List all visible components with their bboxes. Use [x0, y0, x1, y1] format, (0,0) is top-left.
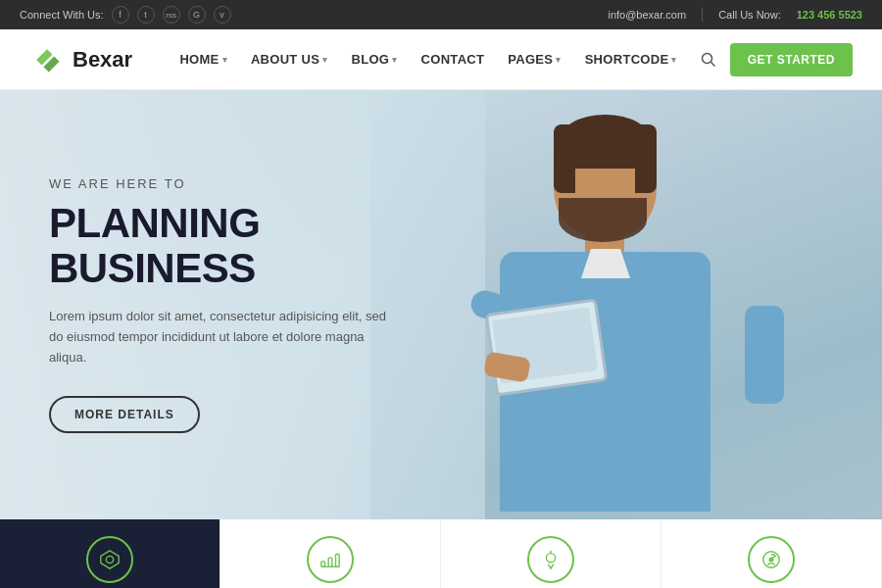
service-card-1[interactable]: BUSINESS SOLUTION: [0, 519, 220, 588]
nav-about-arrow: ▾: [322, 55, 327, 65]
hero-subtitle: WE ARE HERE TO: [49, 176, 431, 191]
svg-line-1: [710, 62, 714, 66]
hero-content: WE ARE HERE TO PLANNING BUSINESS Lorem i…: [0, 176, 431, 433]
logo-icon: [29, 42, 65, 77]
header: Bexar HOME ▾ ABOUT US ▾ BLOG ▾ CONTACT P…: [0, 29, 882, 90]
hero-person-figure: [470, 100, 784, 512]
logo[interactable]: Bexar: [29, 42, 132, 77]
nav-about[interactable]: ABOUT US ▾: [241, 46, 338, 73]
nav-pages[interactable]: PAGES ▾: [498, 46, 570, 73]
service-icon-4: [748, 536, 795, 583]
get-started-button[interactable]: GET STARTED: [730, 43, 853, 76]
search-button[interactable]: [691, 46, 726, 74]
main-nav: HOME ▾ ABOUT US ▾ BLOG ▾ CONTACT PAGES ▾…: [170, 43, 853, 76]
svg-point-3: [106, 556, 113, 563]
nav-shortcode-arrow: ▾: [671, 55, 676, 65]
services-row: BUSINESS SOLUTION MARKET RESEARCH BUSINE…: [0, 519, 882, 588]
phone-number: 123 456 5523: [797, 9, 862, 21]
service-card-3[interactable]: BUSINESS STRATEGY: [441, 519, 662, 588]
nav-contact[interactable]: CONTACT: [412, 46, 495, 73]
top-bar-left: Connect With Us: f t rss G v: [20, 6, 231, 24]
service-icon-2: [307, 536, 354, 583]
social-icons-group: f t rss G v: [112, 6, 231, 24]
service-card-2[interactable]: MARKET RESEARCH: [220, 519, 441, 588]
nav-shortcode[interactable]: SHORTCODE ▾: [575, 46, 687, 73]
service-card-4[interactable]: SPEED OPTIMIZATION: [662, 519, 882, 588]
divider: [702, 8, 703, 22]
connect-label: Connect With Us:: [20, 9, 104, 21]
nav-blog[interactable]: BLOG ▾: [342, 46, 408, 73]
call-label: Call Us Now:: [718, 9, 781, 21]
top-bar-right: info@bexar.com Call Us Now: 123 456 5523: [608, 8, 862, 22]
hero-description: Lorem ipsum dolor sit amet, consectetur …: [49, 307, 402, 368]
svg-point-8: [546, 553, 555, 562]
social-facebook[interactable]: f: [112, 6, 129, 24]
service-icon-3: [527, 536, 574, 583]
social-google[interactable]: G: [188, 6, 206, 24]
service-icon-1: [86, 536, 133, 583]
nav-pages-arrow: ▾: [556, 55, 561, 65]
svg-rect-6: [336, 554, 340, 566]
search-icon: [701, 52, 716, 68]
hero-section: WE ARE HERE TO PLANNING BUSINESS Lorem i…: [0, 90, 882, 519]
logo-text: Bexar: [73, 47, 132, 73]
social-twitter[interactable]: t: [137, 6, 155, 24]
svg-rect-4: [321, 561, 325, 566]
svg-point-0: [702, 53, 711, 63]
email-label: info@bexar.com: [608, 9, 686, 21]
nav-home[interactable]: HOME ▾: [170, 46, 237, 73]
svg-marker-2: [101, 550, 119, 567]
svg-rect-5: [328, 558, 332, 566]
hero-title: PLANNING BUSINESS: [49, 201, 431, 291]
top-bar: Connect With Us: f t rss G v info@bexar.…: [0, 0, 882, 29]
social-vimeo[interactable]: v: [214, 6, 231, 24]
social-rss[interactable]: rss: [163, 6, 180, 24]
nav-blog-arrow: ▾: [392, 55, 397, 65]
more-details-button[interactable]: MORE DETAILS: [49, 396, 200, 433]
nav-home-arrow: ▾: [222, 55, 227, 65]
